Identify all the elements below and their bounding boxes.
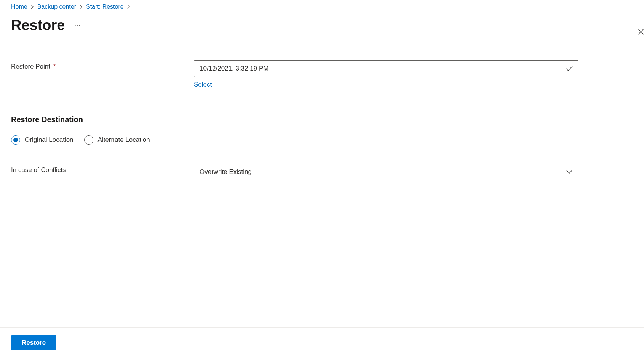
breadcrumb-backup-center[interactable]: Backup center: [37, 3, 76, 10]
required-asterisk: *: [53, 63, 56, 70]
close-icon[interactable]: [636, 27, 644, 36]
radio-icon-unselected: [84, 135, 93, 145]
form-content: Restore Point * 10/12/2021, 3:32:19 PM S…: [0, 34, 644, 180]
conflicts-row: In case of Conflicts Overwrite Existing: [11, 164, 633, 180]
page-title: Restore: [11, 17, 65, 34]
restore-point-label: Restore Point *: [11, 60, 194, 71]
chevron-right-icon: [127, 5, 131, 9]
page-header: Restore ⋯: [0, 10, 644, 34]
restore-point-row: Restore Point * 10/12/2021, 3:32:19 PM S…: [11, 60, 633, 88]
radio-alternate-label: Alternate Location: [98, 136, 150, 144]
conflicts-label-text: In case of Conflicts: [11, 166, 66, 174]
radio-alternate-location[interactable]: Alternate Location: [84, 135, 150, 145]
breadcrumb-home[interactable]: Home: [11, 3, 27, 10]
restore-point-value: 10/12/2021, 3:32:19 PM: [200, 65, 268, 72]
chevron-down-icon: [566, 169, 573, 175]
restore-point-input[interactable]: 10/12/2021, 3:32:19 PM: [194, 60, 578, 77]
radio-original-label: Original Location: [25, 136, 74, 144]
select-link[interactable]: Select: [194, 81, 212, 88]
restore-point-label-text: Restore Point: [11, 63, 50, 70]
checkmark-icon: [566, 65, 573, 72]
chevron-right-icon: [79, 5, 83, 9]
radio-icon-selected: [11, 135, 20, 145]
conflicts-dropdown[interactable]: Overwrite Existing: [194, 164, 578, 180]
chevron-right-icon: [30, 5, 34, 9]
radio-original-location[interactable]: Original Location: [11, 135, 74, 145]
more-icon[interactable]: ⋯: [73, 20, 82, 31]
destination-radio-group: Original Location Alternate Location: [11, 135, 633, 145]
conflicts-value: Overwrite Existing: [200, 168, 252, 176]
restore-destination-title: Restore Destination: [11, 115, 633, 124]
breadcrumb-start-restore[interactable]: Start: Restore: [86, 3, 124, 10]
conflicts-label: In case of Conflicts: [11, 164, 194, 174]
restore-button[interactable]: Restore: [11, 335, 56, 350]
breadcrumb: Home Backup center Start: Restore: [0, 0, 644, 10]
footer-bar: Restore: [0, 327, 644, 360]
